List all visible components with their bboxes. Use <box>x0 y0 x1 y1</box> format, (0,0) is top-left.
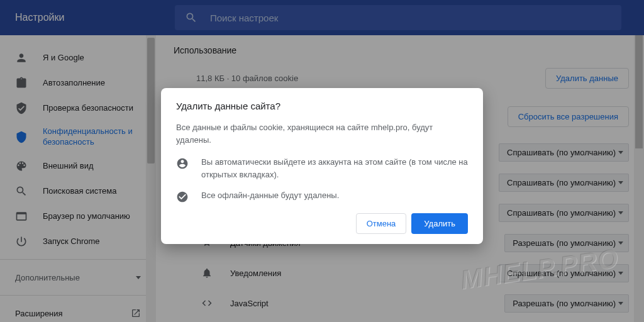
confirm-dialog: Удалить данные сайта? Все данные и файлы… <box>161 88 483 244</box>
cancel-button[interactable]: Отмена <box>356 213 407 234</box>
dialog-title: Удалить данные сайта? <box>176 101 468 111</box>
check-circle-icon <box>176 191 189 203</box>
confirm-delete-button[interactable]: Удалить <box>411 213 468 234</box>
account-icon <box>176 157 189 170</box>
dialog-text: Все данные и файлы cookie, хранящиеся на… <box>176 121 468 146</box>
modal-overlay: Удалить данные сайта? Все данные и файлы… <box>0 0 644 322</box>
dialog-row-text: Вы автоматически выйдете из аккаунта на … <box>201 156 468 180</box>
dialog-row-text: Все офлайн-данные будут удалены. <box>201 189 339 203</box>
